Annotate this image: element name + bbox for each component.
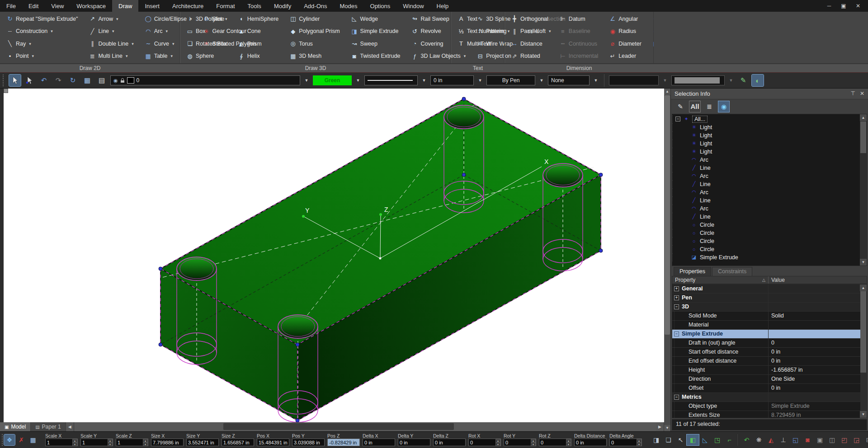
- menu-view[interactable]: View: [45, 0, 70, 12]
- ribbon-button-hemisphere[interactable]: ◖HemiSphere: [236, 13, 280, 25]
- horizontal-scrollbar[interactable]: [74, 422, 656, 431]
- selection-tree[interactable]: −✦All...✳Light✳Light✳Light✳Light◠Arc╱Lin…: [672, 114, 867, 266]
- close-icon[interactable]: ✕: [852, 1, 864, 10]
- redo-button[interactable]: ↷: [52, 75, 64, 86]
- filter-icon[interactable]: ≣: [703, 101, 715, 112]
- pin-icon[interactable]: ⊤: [850, 90, 855, 97]
- grid-scroll-up-icon[interactable]: ▲: [860, 285, 867, 291]
- wireframe-box-icon[interactable]: ❏: [662, 434, 675, 445]
- layer-visible-icon[interactable]: ◉: [113, 78, 118, 84]
- expander-icon[interactable]: +: [674, 286, 679, 291]
- menu-options[interactable]: Options: [364, 0, 397, 12]
- property-value[interactable]: 0 in: [769, 385, 867, 391]
- tree-item-circle[interactable]: ○Circle: [672, 245, 859, 253]
- field-input-pos-x[interactable]: 15.484391 in: [257, 439, 289, 446]
- ribbon-button-sweep[interactable]: ↝Sweep: [349, 37, 402, 50]
- sort-icon[interactable]: △: [762, 278, 765, 282]
- tree-item-light[interactable]: ✳Light: [672, 123, 859, 131]
- ribbon-button-box[interactable]: ▭Box: [184, 25, 229, 38]
- extrude-tool-icon[interactable]: ◨: [650, 434, 662, 445]
- menu-modify[interactable]: Modify: [268, 0, 297, 12]
- tree-item-circle[interactable]: ○Circle: [672, 237, 859, 245]
- center-handle-icon[interactable]: ◙: [802, 434, 814, 445]
- tree-item-arc[interactable]: ◠Arc: [672, 205, 859, 213]
- tree-item-circle[interactable]: ○Circle: [672, 229, 859, 237]
- property-row-direction[interactable]: DirectionOne Side: [672, 375, 867, 384]
- tree-item-arc[interactable]: ◠Arc: [672, 172, 859, 180]
- layer-color-swatch[interactable]: [127, 77, 134, 84]
- pattern-combo[interactable]: None: [548, 75, 590, 85]
- menu-workspace[interactable]: Workspace: [70, 0, 112, 12]
- ribbon-button-ray[interactable]: ╲Ray▾: [5, 37, 80, 50]
- setsquare-icon[interactable]: ◺: [699, 434, 711, 445]
- tree-item-line[interactable]: ╱Line: [672, 180, 859, 188]
- value-column-header[interactable]: Value: [769, 276, 788, 284]
- field-input-size-z[interactable]: 1.656857 in: [222, 439, 254, 446]
- corner-move-icon[interactable]: ◲: [850, 434, 863, 445]
- pattern-dropdown-icon[interactable]: ▼: [592, 75, 599, 85]
- tree-root-item[interactable]: −✦All...: [672, 115, 859, 123]
- tree-item-light[interactable]: ✳Light: [672, 140, 859, 148]
- field-input-delta-angle[interactable]: 0▲▼: [609, 439, 642, 446]
- property-group-general[interactable]: +General: [672, 285, 867, 294]
- clamp-icon[interactable]: ⊥: [777, 434, 789, 445]
- brush-style-dropdown-icon[interactable]: ▼: [538, 75, 545, 85]
- spinner-icon[interactable]: ▲▼: [637, 439, 642, 446]
- ribbon-button-text-numbering[interactable]: ⅓Text Numbering: [456, 25, 509, 38]
- tab-scroll-left-icon[interactable]: ◀: [66, 422, 74, 431]
- ribbon-button-rotated[interactable]: ⇗Rotated: [509, 50, 550, 63]
- property-value[interactable]: 0 in: [769, 349, 867, 355]
- brush-style-combo[interactable]: By Pen: [486, 75, 535, 85]
- corner-scale-icon[interactable]: ◰: [838, 434, 850, 445]
- property-row-material[interactable]: Material: [672, 321, 867, 330]
- layer-lock-icon[interactable]: [120, 78, 125, 83]
- tree-root-expander-icon[interactable]: −: [675, 117, 680, 121]
- menu-edit[interactable]: Edit: [22, 0, 45, 12]
- property-column-header[interactable]: Property: [675, 277, 695, 283]
- field-input-rot-z[interactable]: 0▲▼: [539, 439, 571, 446]
- ribbon-group-label-draw-2d[interactable]: Draw 2D: [0, 64, 180, 73]
- tree-item-arc[interactable]: ◠Arc: [672, 188, 859, 196]
- bounds-handle-icon[interactable]: ◱: [789, 434, 802, 445]
- tree-item-light[interactable]: ✳Light: [672, 131, 859, 140]
- ribbon-button-torus[interactable]: ◎Torus: [288, 37, 341, 50]
- vertical-scrollbar[interactable]: ▲ ▼: [664, 89, 670, 431]
- ribbon-button-simple-extrude[interactable]: ◨Simple Extrude: [349, 25, 402, 38]
- ribbon-button-point[interactable]: •Point▾: [5, 50, 80, 63]
- property-value[interactable]: 0: [769, 340, 867, 346]
- property-group-metrics[interactable]: −Metrics: [672, 393, 867, 402]
- line-width-combo[interactable]: 0 in: [430, 75, 474, 85]
- undo-view-icon[interactable]: ↶: [741, 434, 753, 445]
- grid-scroll-thumb[interactable]: [860, 291, 866, 373]
- toolbar-grip[interactable]: [3, 75, 5, 86]
- expander-icon[interactable]: −: [674, 304, 679, 309]
- line-style-dropdown-icon[interactable]: ▼: [420, 75, 428, 85]
- ribbon-button-repeat-simple-extrude[interactable]: ↻Repeat "Simple Extrude": [5, 13, 80, 25]
- spray-select-icon[interactable]: ❋: [753, 434, 765, 445]
- vscroll-down-icon[interactable]: ▼: [664, 425, 670, 431]
- property-row-end-offset-distance[interactable]: End offset distance0 in: [672, 357, 867, 366]
- node-edit-tool-button[interactable]: [24, 75, 35, 86]
- tab-properties[interactable]: Properties: [674, 267, 711, 276]
- model-3d-view[interactable]: XYZ: [4, 89, 664, 422]
- ribbon-button-cone[interactable]: ▲Cone: [236, 25, 280, 38]
- menu-window[interactable]: Window: [396, 0, 430, 12]
- tree-scroll-down-icon[interactable]: ▼: [860, 259, 867, 266]
- property-value[interactable]: Solid: [769, 313, 867, 319]
- tree-item-simple-extrude[interactable]: ◪Simple Extrude: [672, 253, 859, 261]
- expander-icon[interactable]: −: [674, 395, 679, 400]
- ribbon-group-label-dimension[interactable]: Dimension: [505, 64, 654, 73]
- tree-item-line[interactable]: ╱Line: [672, 164, 859, 172]
- selection-info-palette-icon[interactable]: ▦: [81, 75, 93, 86]
- menu-modes[interactable]: Modes: [333, 0, 363, 12]
- field-input-delta-z[interactable]: 0 in: [433, 439, 466, 446]
- tab-constraints[interactable]: Constraints: [712, 267, 752, 276]
- spinner-icon[interactable]: ▲▼: [566, 439, 571, 446]
- ribbon-button-multi-line[interactable]: ≣Multi Line▾: [87, 50, 135, 63]
- ribbon-button-double-line[interactable]: ∥Double Line▾: [87, 37, 135, 50]
- property-row-offset[interactable]: Offset0 in: [672, 384, 867, 393]
- render-fill-mode-icon[interactable]: ◧: [687, 434, 699, 445]
- edit-frame-icon[interactable]: ▣: [814, 434, 826, 445]
- property-row-extents-size[interactable]: Extents Size8.729459 in: [672, 411, 867, 419]
- property-group-pen[interactable]: +Pen: [672, 294, 867, 303]
